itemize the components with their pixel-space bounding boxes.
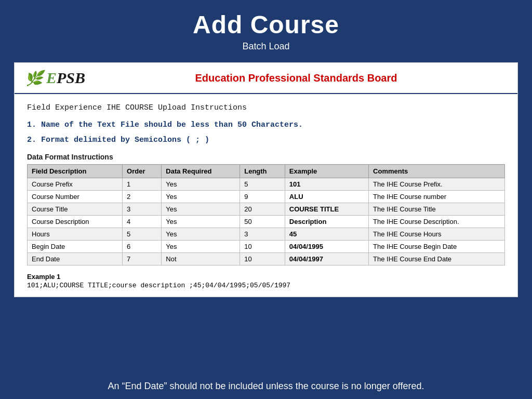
col-header-length: Length [240, 165, 285, 178]
table-row: Course Number2Yes9ALUThe IHE Course numb… [28, 191, 505, 203]
col-header-order: Order [123, 165, 162, 178]
table-cell: 101 [285, 178, 368, 191]
table-cell: 5 [123, 228, 162, 241]
table-cell: 5 [240, 178, 285, 191]
example-section: Example 1 101;ALU;COURSE TITLE;course de… [27, 273, 505, 289]
table-row: Course Prefix1Yes5101The IHE Course Pref… [28, 178, 505, 191]
table-row: Hours5Yes345The IHE Course Hours [28, 228, 505, 241]
table-cell: 20 [240, 203, 285, 216]
table-cell: End Date [28, 253, 123, 265]
table-cell: 50 [240, 216, 285, 228]
example-label: Example 1 [27, 273, 505, 281]
table-cell: 04/04/1995 [285, 241, 368, 253]
table-header-row: Field Description Order Data Required Le… [28, 165, 505, 178]
col-header-data-required: Data Required [162, 165, 240, 178]
card-header: 🌿 EPSB Education Professional Standards … [15, 63, 517, 94]
logo-text: EPSB [46, 69, 85, 87]
page-title: Add Course [0, 10, 532, 39]
card-body: Field Experience IHE COURSE Upload Instr… [15, 94, 517, 297]
table-cell: Not [162, 253, 240, 265]
table-cell: 9 [240, 191, 285, 203]
board-title: Education Professional Standards Board [85, 72, 507, 84]
table-row: End Date7Not1004/04/1997The IHE Course E… [28, 253, 505, 265]
col-header-field-description: Field Description [28, 165, 123, 178]
table-cell: 7 [123, 253, 162, 265]
data-table: Field Description Order Data Required Le… [27, 164, 505, 265]
table-cell: Course Prefix [28, 178, 123, 191]
table-cell: Yes [162, 191, 240, 203]
table-cell: ALU [285, 191, 368, 203]
page-header: Add Course Batch Load [0, 0, 532, 57]
table-cell: Course Title [28, 203, 123, 216]
table-cell: 4 [123, 216, 162, 228]
table-cell: 6 [123, 241, 162, 253]
footer-text: An “End Date” should not be included unl… [10, 381, 522, 392]
col-header-example: Example [285, 165, 368, 178]
table-cell: Course Description [28, 216, 123, 228]
footer-bar: An “End Date” should not be included unl… [0, 374, 532, 399]
table-cell: Description [285, 216, 368, 228]
table-cell: 10 [240, 241, 285, 253]
table-cell: 1 [123, 178, 162, 191]
table-row: Begin Date6Yes1004/04/1995The IHE Course… [28, 241, 505, 253]
example-code: 101;ALU;COURSE TITLE;course description … [27, 282, 505, 289]
table-cell: Yes [162, 228, 240, 241]
table-cell: Yes [162, 203, 240, 216]
instruction-item-2: 2. Format delimited by Semicolons ( ; ) [27, 136, 505, 144]
table-cell: The IHE Course Prefix. [369, 178, 505, 191]
table-cell: Yes [162, 178, 240, 191]
table-cell: 45 [285, 228, 368, 241]
table-cell: The IHE Course End Date [369, 253, 505, 265]
table-cell: 04/04/1997 [285, 253, 368, 265]
table-cell: The IHE Course Title [369, 203, 505, 216]
table-cell: 2 [123, 191, 162, 203]
logo-icon: 🌿 [25, 70, 43, 87]
table-cell: The IHE Course number [369, 191, 505, 203]
table-cell: 3 [240, 228, 285, 241]
table-row: Course Description4Yes50DescriptionThe I… [28, 216, 505, 228]
table-cell: The IHE Course Hours [369, 228, 505, 241]
table-cell: The IHE Course Begin Date [369, 241, 505, 253]
table-cell: Hours [28, 228, 123, 241]
col-header-comments: Comments [369, 165, 505, 178]
table-cell: 10 [240, 253, 285, 265]
table-cell: 3 [123, 203, 162, 216]
instruction-item-1: 1. Name of the Text File should be less … [27, 121, 505, 129]
table-cell: Yes [162, 216, 240, 228]
table-cell: Course Number [28, 191, 123, 203]
table-cell: COURSE TITLE [285, 203, 368, 216]
page-subtitle: Batch Load [0, 41, 532, 52]
main-card: 🌿 EPSB Education Professional Standards … [14, 62, 518, 297]
table-cell: The IHE Course Description. [369, 216, 505, 228]
data-format-label: Data Format Instructions [27, 153, 505, 161]
table-row: Course Title3Yes20COURSE TITLEThe IHE Co… [28, 203, 505, 216]
table-cell: Begin Date [28, 241, 123, 253]
table-cell: Yes [162, 241, 240, 253]
upload-instructions-title: Field Experience IHE COURSE Upload Instr… [27, 103, 505, 112]
logo-area: 🌿 EPSB [25, 69, 85, 87]
